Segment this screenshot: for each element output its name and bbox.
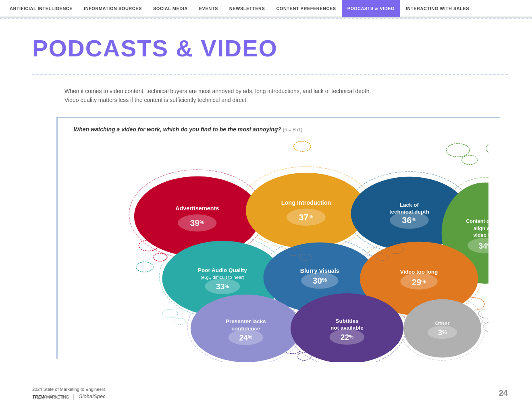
footer-page-number: 24: [499, 388, 508, 398]
chart-n: (n = 851): [283, 127, 302, 133]
nav-item-ai[interactable]: ARTIFICIAL INTELLIGENCE: [4, 0, 78, 17]
svg-text:Poor Audio Quality: Poor Audio Quality: [198, 267, 247, 273]
svg-text:align with: align with: [473, 226, 488, 231]
footer-divider: |: [73, 393, 75, 400]
chart-question: When watching a video for work, which do…: [74, 126, 492, 133]
title-dashed-divider: [32, 74, 508, 75]
nav-item-podcasts-video[interactable]: PODCASTS & VIDEO: [342, 0, 400, 17]
svg-text:Lack of: Lack of: [399, 202, 419, 208]
svg-point-2: [461, 155, 477, 164]
footer-logo-trew: TREWMARKETING: [32, 393, 69, 400]
intro-line1: When it comes to video content, technica…: [64, 88, 371, 94]
svg-text:Subtitles: Subtitles: [335, 318, 358, 324]
nav-item-social-media[interactable]: SOCIAL MEDIA: [148, 0, 193, 17]
footer-logos: TREWMARKETING | GlobalSpec: [32, 393, 106, 400]
svg-point-0: [293, 141, 310, 151]
svg-text:Presenter lacks: Presenter lacks: [226, 318, 266, 324]
svg-point-3: [486, 142, 488, 154]
svg-text:Long Introduction: Long Introduction: [281, 199, 331, 206]
nav-item-content-prefs[interactable]: CONTENT PREFERENCES: [270, 0, 341, 17]
page-content: PODCASTS & VIDEO When it comes to video …: [0, 19, 532, 375]
bubble-chart: Advertisements 39% Long Introduction 37%…: [69, 137, 488, 362]
svg-text:Other: Other: [435, 320, 450, 326]
svg-text:video title: video title: [473, 232, 488, 238]
intro-line2: Video quality matters less if the conten…: [64, 97, 248, 103]
nav-item-events[interactable]: EVENTS: [193, 0, 224, 17]
intro-text: When it comes to video content, technica…: [64, 87, 443, 105]
nav-item-newsletters[interactable]: NEWSLETTERS: [224, 0, 271, 17]
footer-year-text: 2024 State of Marketing to Engineers: [32, 387, 106, 392]
svg-point-11: [478, 309, 488, 318]
svg-point-6: [136, 262, 153, 272]
svg-text:34%: 34%: [478, 242, 488, 250]
svg-point-74: [362, 247, 378, 255]
svg-point-1: [446, 143, 470, 157]
nav-item-info-sources[interactable]: INFORMATION SOURCES: [78, 0, 148, 17]
footer: 2024 State of Marketing to Engineers TRE…: [0, 379, 532, 408]
svg-text:Content doesn't: Content doesn't: [466, 218, 488, 224]
nav-item-interacting-sales[interactable]: INTERACTING WITH SALES: [400, 0, 475, 17]
footer-logo-gs: GlobalSpec: [78, 393, 105, 399]
svg-point-13: [483, 322, 488, 332]
svg-point-5: [153, 253, 167, 261]
svg-text:Advertisements: Advertisements: [175, 205, 219, 212]
svg-point-71: [162, 309, 178, 318]
svg-point-72: [174, 318, 185, 324]
footer-left: 2024 State of Marketing to Engineers TRE…: [32, 387, 106, 400]
navigation: ARTIFICIAL INTELLIGENCE INFORMATION SOUR…: [0, 0, 532, 18]
chart-container: When watching a video for work, which do…: [56, 117, 500, 359]
page-title: PODCASTS & VIDEO: [32, 35, 508, 62]
